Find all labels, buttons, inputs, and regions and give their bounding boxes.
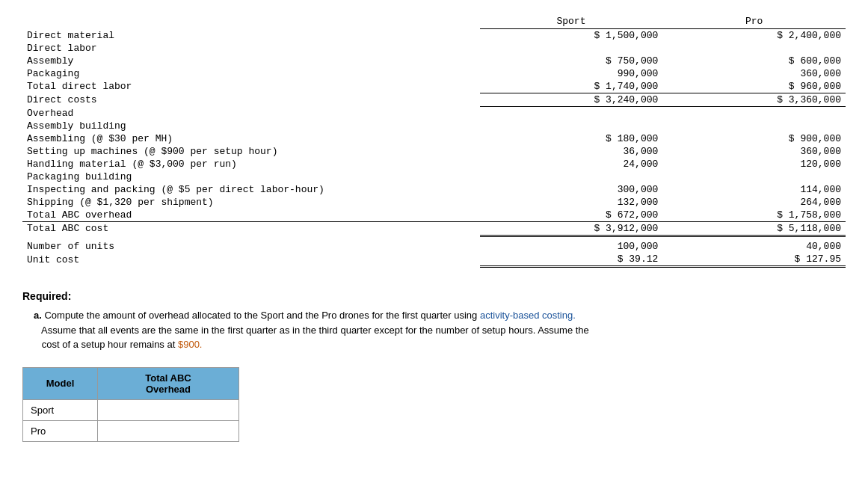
row-pro: $ 2,400,000 [662,29,846,43]
empty-header [22,15,480,29]
row-sport: $ 1,740,000 [480,80,663,93]
required-item-a: a. Compute the amount of overhead alloca… [34,308,846,352]
row-pro [662,120,846,132]
table-row: Setting up machines (@ $900 per setup ho… [22,145,846,158]
table-row: Unit cost $ 39.12 $ 127.95 [22,253,846,267]
row-sport: $ 1,500,000 [480,29,663,43]
sport-row: Sport [23,399,239,420]
table-row: Assembly $ 750,000 $ 600,000 [22,55,846,67]
row-pro: 264,000 [662,196,846,209]
row-sport: $ 750,000 [480,55,663,67]
row-label: Overhead [22,107,480,120]
row-label: Unit cost [22,253,480,267]
table-row: Direct material $ 1,500,000 $ 2,400,000 [22,29,846,43]
row-sport: 24,000 [480,158,663,170]
row-sport: $ 3,912,000 [480,221,663,236]
table-row: Packaging 990,000 360,000 [22,67,846,80]
sport-header: Sport [480,15,663,29]
row-pro [662,107,846,120]
row-pro: $ 960,000 [662,80,846,93]
row-label: Packaging building [22,170,480,183]
row-sport: 36,000 [480,145,663,158]
row-sport [480,107,663,120]
row-label: Shipping (@ $1,320 per shipment) [22,196,480,209]
pro-overhead-input[interactable] [98,420,239,441]
row-sport: 300,000 [480,183,663,196]
pro-header: Pro [662,15,846,29]
row-sport [480,42,663,55]
sport-model-label: Sport [23,399,98,420]
model-header: Model [23,367,98,399]
row-pro [662,170,846,183]
row-label: Setting up machines (@ $900 per setup ho… [22,145,480,158]
row-pro: 360,000 [662,145,846,158]
pro-overhead-field[interactable] [105,425,231,437]
row-sport: 100,000 [480,240,663,253]
row-sport: $ 39.12 [480,253,663,267]
total-abc-cost-row: Total ABC cost $ 3,912,000 $ 5,118,000 [22,221,846,236]
row-label: Number of units [22,240,480,253]
table-row: Overhead [22,107,846,120]
row-pro [662,42,846,55]
table-row: Direct labor [22,42,846,55]
table-row: Assembling (@ $30 per MH) $ 180,000 $ 90… [22,132,846,145]
required-label: Required: [22,290,846,302]
row-label: Assembly building [22,120,480,132]
table-row: Shipping (@ $1,320 per shipment) 132,000… [22,196,846,209]
table-row: Handling material (@ $3,000 per run) 24,… [22,158,846,170]
row-label: Inspecting and packing (@ $5 per direct … [22,183,480,196]
row-sport: $ 180,000 [480,132,663,145]
row-label: Direct labor [22,42,480,55]
row-sport: $ 3,240,000 [480,93,663,107]
row-label: Direct costs [22,93,480,107]
table-row: Total direct labor $ 1,740,000 $ 960,000 [22,80,846,93]
required-section: Required: a. Compute the amount of overh… [22,290,846,352]
row-sport: $ 672,000 [480,209,663,222]
row-sport: 132,000 [480,196,663,209]
table-row: Packaging building [22,170,846,183]
row-pro: $ 5,118,000 [662,221,846,236]
row-label: Total ABC cost [22,221,480,236]
table-row: Assembly building [22,120,846,132]
row-pro: 40,000 [662,240,846,253]
row-pro: $ 1,758,000 [662,209,846,222]
table-row: Direct costs $ 3,240,000 $ 3,360,000 [22,93,846,107]
row-pro: 360,000 [662,67,846,80]
table-row: Total ABC overhead $ 672,000 $ 1,758,000 [22,209,846,222]
row-label: Handling material (@ $3,000 per run) [22,158,480,170]
row-sport: 990,000 [480,67,663,80]
row-pro: $ 127.95 [662,253,846,267]
table-row: Number of units 100,000 40,000 [22,240,846,253]
row-sport [480,120,663,132]
pro-model-label: Pro [23,420,98,441]
row-sport [480,170,663,183]
row-pro: $ 3,360,000 [662,93,846,107]
total-abc-overhead-header: Total ABCOverhead [98,367,239,399]
row-pro: $ 600,000 [662,55,846,67]
row-label: Total ABC overhead [22,209,480,222]
sport-overhead-field[interactable] [105,405,231,416]
row-label: Packaging [22,67,480,80]
row-label: Direct material [22,29,480,43]
row-label: Total direct labor [22,80,480,93]
pro-row: Pro [23,420,239,441]
cost-table: Sport Pro Direct material $ 1,500,000 $ … [22,15,846,268]
table-row: Inspecting and packing (@ $5 per direct … [22,183,846,196]
row-label: Assembling (@ $30 per MH) [22,132,480,145]
row-pro: 120,000 [662,158,846,170]
row-pro: $ 900,000 [662,132,846,145]
row-pro: 114,000 [662,183,846,196]
sport-overhead-input[interactable] [98,399,239,420]
abc-overhead-input-table: Model Total ABCOverhead Sport Pro [22,367,239,442]
row-label: Assembly [22,55,480,67]
